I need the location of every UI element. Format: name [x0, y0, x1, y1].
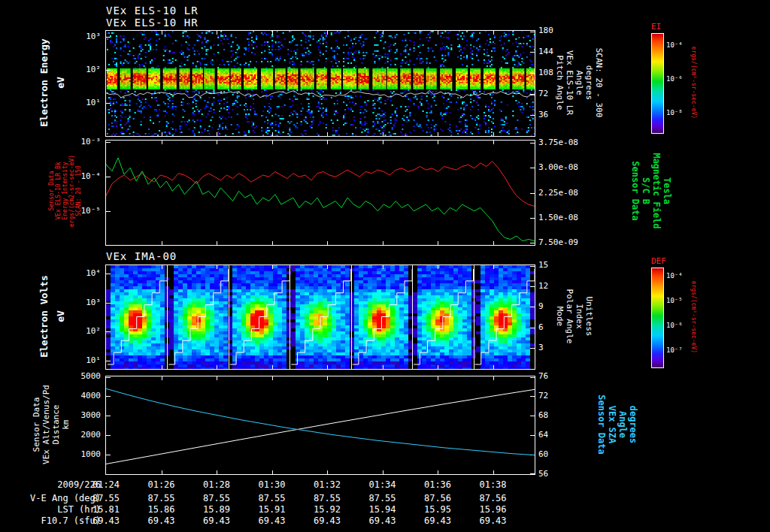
rlabel-bfield-3: Tesla: [662, 177, 672, 204]
cbtick-ima-0: 10⁻⁴: [666, 272, 683, 280]
ytick-p4-1: 4000: [81, 391, 102, 401]
table-cell-2-4: 69.43: [314, 515, 341, 526]
ima-spectrogram-canvas: [105, 264, 535, 370]
els-spectrogram-canvas: [105, 30, 535, 137]
rlabel-sza-3: degrees: [628, 406, 638, 444]
rtick-p2-3: 1.50e-08: [538, 213, 578, 222]
ytick-p2-2: 10⁻⁵: [81, 206, 102, 216]
rlabel-bfield-1: S/C B: [641, 177, 651, 204]
ylabel-els-1: eV: [55, 77, 66, 89]
ytick-p3-2: 10²: [86, 326, 101, 336]
rtick-p4-2: 68: [538, 410, 548, 420]
ylabel-eph-3: km: [61, 419, 71, 429]
ylabel-els-line-3: ergs/(cm2-sr-sec-eV): [68, 155, 75, 227]
rlabel-mode-0: Mode: [555, 307, 565, 327]
colorbar-ima-title: DEF: [651, 256, 666, 266]
ytick-p1-2: 10¹: [86, 98, 101, 107]
ytick-p2-1: 10⁻⁴: [81, 171, 102, 181]
table-cell-0-4: 87.55: [314, 493, 341, 503]
xtick-6: 01:36: [424, 479, 451, 490]
xtick-3: 01:30: [258, 479, 285, 490]
rlabel-sza-1: VEx SZA: [607, 406, 617, 444]
rlabel-sza-0: Sensor Data: [596, 394, 607, 454]
ylabel-els-line-1: VEx ELS-10 LR Bk: [55, 162, 62, 219]
plot-title-els-hr: VEx ELS-10 HR: [106, 17, 199, 29]
table-cell-2-5: 69.43: [368, 515, 396, 526]
table-cell-0-5: 87.55: [368, 493, 396, 503]
xtick-4: 01:32: [314, 479, 341, 490]
ylabel-ima-1: eV: [55, 310, 66, 322]
rlabel-pitch-4: SCAN: 20 - 300: [594, 48, 604, 118]
rtick-p1-2: 108: [538, 68, 553, 77]
rtick-p3-3: 6: [538, 322, 544, 332]
ylabel-els-0: Electron Energy: [38, 38, 50, 126]
rtick-p4-5: 56: [538, 469, 548, 479]
ylabel-eph-1: VEx Alt/Venus/Pd: [41, 385, 51, 464]
rtick-p2-2: 2.25e-08: [538, 188, 578, 198]
rtick-p1-3: 72: [538, 89, 548, 98]
rtick-p4-3: 64: [538, 430, 548, 440]
ylabel-eph-2: Distance: [51, 405, 61, 445]
xtick-5: 01:34: [368, 479, 396, 490]
rtick-p3-2: 9: [538, 301, 544, 311]
ylabel-els-line-0: Sensor Data: [48, 171, 55, 211]
rtick-p3-4: 3: [538, 343, 544, 352]
ytick-p3-3: 10¹: [86, 355, 101, 365]
table-cell-2-0: 69.43: [92, 515, 120, 526]
table-cell-1-5: 15.94: [368, 504, 396, 515]
table-cell-0-3: 87.55: [258, 493, 285, 503]
rtick-p2-1: 3.00e-08: [538, 162, 578, 172]
rtick-p4-1: 72: [538, 391, 548, 401]
plot-title-ima: VEx IMA-00: [106, 250, 177, 262]
table-row-label-0: V-E Ang (deg): [30, 493, 101, 503]
table-cell-1-1: 15.86: [147, 504, 174, 515]
ytick-p4-0: 5000: [81, 371, 102, 381]
rtick-p2-4: 7.50e-09: [538, 237, 578, 247]
ylabel-eph-0: Sensor Data: [32, 397, 41, 452]
colorbar-ima-units-label: ergs/(cm²-sr-sec-eV): [690, 281, 697, 353]
rtick-p1-4: 36: [538, 110, 548, 119]
els-intensity-bfield-canvas: [105, 140, 535, 246]
xtick-2: 01:28: [203, 479, 230, 490]
colorbar-els: [651, 33, 664, 134]
ylabel-ima-0: Electron Volts: [38, 275, 50, 358]
cbtick-ima-1: 10⁻⁵: [666, 297, 683, 304]
cbtick-ima-3: 10⁻⁷: [666, 346, 683, 354]
rtick-p3-1: 12: [538, 281, 548, 291]
table-cell-0-6: 87.56: [424, 493, 451, 503]
rlabel-bfield-2: Magnetic Field: [651, 153, 662, 228]
rlabel-bfield-0: Sensor Data: [630, 161, 641, 220]
ytick-p3-0: 10⁴: [86, 268, 101, 278]
table-cell-1-7: 15.96: [479, 504, 506, 515]
table-cell-1-2: 15.89: [203, 504, 230, 515]
table-cell-1-6: 15.95: [424, 504, 451, 515]
cbtick-ima-2: 10⁻⁶: [666, 322, 683, 329]
rlabel-pitch-2: Angle: [574, 70, 584, 95]
rtick-p1-0: 180: [538, 26, 553, 35]
table-cell-0-7: 87.56: [479, 493, 506, 503]
ytick-p1-0: 10³: [86, 32, 101, 41]
rlabel-sza-2: Angle: [617, 411, 628, 438]
ylabel-els-line-4: SCAN: 20 - 150: [75, 165, 82, 216]
table-cell-2-7: 69.43: [479, 515, 506, 526]
altitude-sza-canvas: [105, 376, 535, 475]
rtick-p1-1: 144: [538, 47, 553, 56]
ytick-p2-0: 10⁻³: [81, 137, 102, 147]
plot-title-els-lr: VEx ELS-10 LR: [106, 5, 199, 17]
rlabel-pitch-1: VEx ELS-10 LR: [565, 50, 574, 115]
table-cell-0-1: 87.55: [147, 493, 174, 503]
table-cell-2-6: 69.43: [424, 515, 451, 526]
table-cell-1-3: 15.91: [258, 504, 285, 515]
table-cell-2-1: 69.43: [147, 515, 174, 526]
xtick-7: 01:38: [479, 479, 506, 490]
table-cell-2-2: 69.43: [203, 515, 230, 526]
colorbar-els-units-label: ergs/(cm²-sr-sec-eV): [690, 47, 697, 119]
ytick-p4-3: 2000: [81, 430, 102, 440]
table-cell-0-2: 87.55: [203, 493, 230, 503]
ylabel-els-line-2: Energy Intensity: [62, 162, 68, 219]
rlabel-mode-3: Unitless: [584, 297, 594, 337]
rtick-p3-0: 15: [538, 260, 548, 270]
ytick-p4-2: 3000: [81, 410, 102, 420]
ytick-p1-1: 10²: [86, 65, 101, 74]
table-cell-1-4: 15.92: [314, 504, 341, 515]
